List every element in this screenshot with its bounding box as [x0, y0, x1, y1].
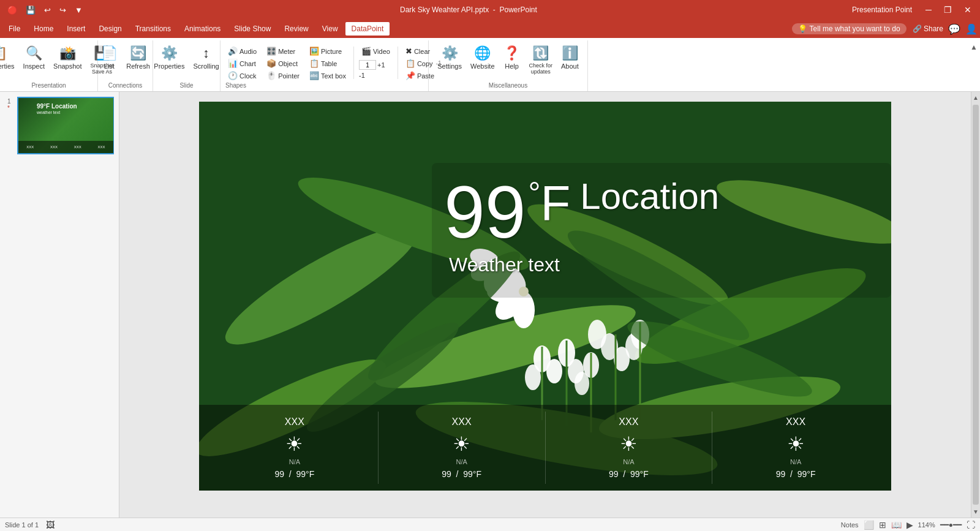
menu-file[interactable]: File — [2, 22, 26, 36]
redo-icon[interactable]: ↪ — [57, 4, 69, 16]
object-button[interactable]: 📦 Object — [264, 58, 302, 69]
settings-button[interactable]: ⚙️ Settings — [434, 43, 466, 72]
copy-icon: 📋 — [405, 59, 415, 68]
textbox-button[interactable]: 🔤 Text box — [307, 70, 349, 81]
counter-input[interactable] — [359, 60, 376, 70]
notes-button[interactable]: Notes — [841, 521, 859, 529]
misc-buttons: ⚙️ Settings 🌐 Website ❓ Help 🔃 Check for… — [434, 43, 582, 77]
pointer-button[interactable]: 🖱️ Pointer — [264, 70, 302, 81]
menu-datapoint[interactable]: DataPoint — [345, 22, 390, 36]
audio-icon: 🔊 — [228, 47, 238, 56]
list-button[interactable]: 📄 List — [97, 43, 121, 72]
scroll-up-button[interactable]: ▲ — [973, 92, 979, 104]
save-icon[interactable]: 💾 — [23, 4, 38, 16]
unit-display: F — [540, 175, 570, 232]
fit-to-window-icon[interactable]: ⛶ — [967, 520, 975, 530]
customize-qa-icon[interactable]: ▼ — [72, 4, 85, 16]
view-reading-icon[interactable]: 📖 — [891, 520, 902, 530]
clock-button[interactable]: 🕐 XXX Clock — [225, 70, 259, 81]
title-bar: 🔴 💾 ↩ ↪ ▼ Dark Sky Weahter API.pptx - Po… — [0, 0, 980, 20]
help-button[interactable]: ❓ Help — [500, 43, 524, 72]
help-icon: ❓ — [503, 45, 520, 61]
shapes-col1: 🔊 Audio 📊 Chart 🕐 XXX Clock — [225, 45, 259, 81]
day2-na: N/A — [456, 458, 467, 465]
view-slidesorter-icon[interactable]: ⊞ — [879, 520, 886, 530]
shapes-inner: 🔊 Audio 📊 Chart 🕐 XXX Clock 🎛️ Meter — [225, 43, 444, 81]
paste-icon: 📌 — [405, 71, 415, 80]
plus1-label: +1 — [377, 61, 385, 69]
day2-temp: 99 / 99°F — [442, 469, 481, 479]
slide-icon: 🖼 — [46, 520, 55, 530]
menu-slideshow[interactable]: Slide Show — [228, 22, 277, 36]
check-updates-icon: 🔃 — [532, 45, 549, 61]
day4-sun-icon: ☀ — [787, 432, 805, 456]
view-normal-icon[interactable]: ⬜ — [864, 520, 874, 530]
chart-button[interactable]: 📊 Chart — [225, 58, 259, 69]
restore-button[interactable]: ❐ — [940, 0, 956, 20]
tell-me-bar[interactable]: 💡 Tell me what you want to do — [792, 23, 907, 34]
shapes-counter-col: 🎬 Video +1 -1 — [359, 45, 393, 79]
share-icon[interactable]: 🔗 Share — [913, 24, 943, 33]
snapshot-icon: 📸 — [59, 45, 76, 61]
day4-label: XXX — [786, 416, 805, 427]
textbox-icon: 🔤 — [309, 71, 319, 80]
website-button[interactable]: 🌐 Website — [467, 43, 499, 72]
snapshot-button[interactable]: 📸 Snapshot — [50, 43, 85, 72]
picture-icon: 🖼️ — [309, 47, 319, 56]
forecast-day-3: XXX ☀ N/A 99 / 99°F — [546, 412, 713, 484]
ribbon: 📋 Properties 🔍 Inspect 📸 Snapshot 💾 Snap… — [0, 38, 980, 92]
about-button[interactable]: ℹ️ About — [557, 43, 582, 72]
minimize-button[interactable]: ─ — [922, 0, 935, 20]
picture-button[interactable]: 🖼️ Picture — [307, 45, 349, 57]
inspect-button[interactable]: 🔍 Inspect — [20, 43, 48, 72]
right-status-area: Notes ⬜ ⊞ 📖 ▶ 114% ━━●━━ ⛶ — [841, 520, 975, 530]
menu-design[interactable]: Design — [92, 22, 127, 36]
slide-thumbnail[interactable]: 99°F Location weather text XXX XXX XXX X… — [17, 97, 114, 154]
weather-overlay: 99 ° F Location Weather text — [444, 175, 719, 276]
menu-insert[interactable]: Insert — [61, 22, 91, 36]
main-area: 1 * 99°F Location weather text XXX XXX X… — [0, 92, 980, 518]
right-scrollbar[interactable]: ▲ ▼ — [971, 92, 980, 518]
clear-icon: ✖ — [405, 47, 412, 56]
slide[interactable]: 99 ° F Location Weather text XXX ☀ N/A 9… — [199, 102, 891, 491]
thumb-inner: 99°F Location weather text XXX XXX XXX X… — [18, 98, 113, 153]
video-button[interactable]: 🎬 Video — [359, 45, 393, 57]
day3-temp: 99 / 99°F — [609, 469, 649, 479]
forecast-day-1: XXX ☀ N/A 99 / 99°F — [211, 412, 379, 484]
scrolling-button[interactable]: ↕️ Scrolling — [189, 43, 222, 72]
menu-review[interactable]: Review — [278, 22, 314, 36]
day3-sun-icon: ☀ — [620, 432, 638, 456]
scroll-thumb[interactable] — [973, 105, 979, 505]
meter-button[interactable]: 🎛️ Meter — [264, 45, 302, 57]
lightbulb-icon: 💡 — [798, 24, 807, 33]
menu-home[interactable]: Home — [28, 22, 59, 36]
day1-sun-icon: ☀ — [285, 432, 303, 456]
close-button[interactable]: ✕ — [960, 0, 975, 20]
canvas-area[interactable]: 99 ° F Location Weather text XXX ☀ N/A 9… — [119, 92, 971, 518]
view-slideshow-icon[interactable]: ▶ — [907, 520, 913, 530]
menu-view[interactable]: View — [316, 22, 344, 36]
check-updates-button[interactable]: 🔃 Check forupdates — [526, 43, 557, 77]
window-title: Dark Sky Weahter API.pptx - PowerPoint — [85, 6, 852, 14]
slide-properties-button[interactable]: ⚙️ Properties — [150, 43, 188, 72]
ribbon-group-connections: 📄 List 🔄 Refresh Connections — [98, 40, 153, 91]
refresh-button[interactable]: 🔄 Refresh — [123, 43, 154, 72]
scrolling-icon: ↕️ — [203, 45, 209, 61]
undo-icon[interactable]: ↩ — [42, 4, 53, 16]
clock-icon: 🕐 — [228, 71, 238, 80]
properties-button[interactable]: 📋 Properties — [0, 43, 18, 72]
window-controls: Presentation Point ─ ❐ ✕ — [852, 0, 975, 20]
zoom-slider[interactable]: ━━●━━ — [940, 521, 962, 529]
about-icon: ℹ️ — [562, 45, 578, 61]
day3-label: XXX — [619, 416, 638, 427]
location-display: Location — [580, 175, 719, 217]
menu-transitions[interactable]: Transitions — [129, 22, 177, 36]
ribbon-collapse[interactable]: ▲ — [968, 40, 980, 91]
table-button[interactable]: 📋 Table — [307, 58, 349, 69]
menu-animations[interactable]: Animations — [178, 22, 227, 36]
scroll-down-button[interactable]: ▼ — [973, 506, 979, 518]
account-icon[interactable]: 👤 — [965, 23, 978, 35]
shapes-separator2 — [398, 47, 398, 79]
comment-icon[interactable]: 💬 — [948, 23, 960, 35]
audio-button[interactable]: 🔊 Audio — [225, 45, 259, 57]
